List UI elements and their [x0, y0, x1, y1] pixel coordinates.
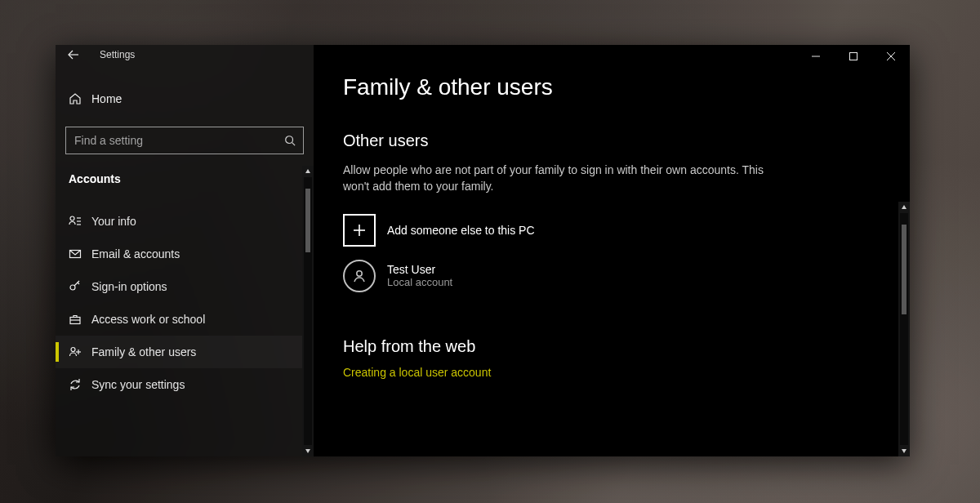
close-icon — [887, 52, 895, 60]
sidebar-scrollbar[interactable] — [302, 166, 314, 456]
window-title: Settings — [95, 49, 135, 60]
avatar-icon — [343, 260, 376, 292]
svg-marker-26 — [902, 449, 906, 453]
svg-marker-25 — [902, 205, 906, 209]
other-users-heading: Other users — [314, 123, 898, 158]
sidebar-item-label: Sign-in options — [91, 280, 167, 293]
svg-line-2 — [292, 143, 296, 146]
sidebar-item-sync-your-settings[interactable]: Sync your settings — [56, 368, 314, 401]
settings-window: Settings Home Accoun — [56, 45, 910, 456]
sidebar-item-family-other-users[interactable]: Family & other users — [56, 336, 314, 368]
content-inner: Other users Allow people who are not par… — [314, 123, 898, 456]
plus-icon — [343, 214, 376, 247]
help-section: Help from the web Creating a local user … — [314, 298, 898, 382]
user-account-type: Local account — [387, 276, 452, 288]
scrollbar-track[interactable] — [304, 177, 312, 445]
home-label: Home — [91, 92, 122, 105]
home-nav[interactable]: Home — [56, 82, 314, 115]
sidebar-nav-list: Your infoEmail & accountsSign-in options… — [56, 205, 314, 401]
user-meta: Test User Local account — [387, 263, 452, 288]
user-name: Test User — [387, 263, 452, 276]
maximize-button[interactable] — [835, 45, 872, 68]
content-pane: Family & other users Other users Allow p… — [314, 45, 910, 456]
sidebar-item-label: Your info — [91, 215, 136, 228]
other-users-list: Test User Local account — [314, 254, 898, 298]
sidebar-item-label: Family & other users — [91, 345, 196, 358]
sidebar-item-label: Sync your settings — [91, 378, 185, 391]
content-scrollbar[interactable] — [898, 202, 910, 456]
back-button[interactable] — [67, 48, 95, 61]
help-heading: Help from the web — [314, 329, 898, 364]
scrollbar-track[interactable] — [900, 213, 908, 445]
sync-icon — [69, 378, 91, 391]
svg-point-1 — [286, 136, 293, 144]
sidebar-section-label: Accounts — [56, 162, 314, 190]
titlebar: Settings — [56, 45, 314, 65]
scrollbar-down-icon[interactable] — [898, 445, 910, 456]
people-plus-icon — [69, 345, 91, 358]
scrollbar-thumb[interactable] — [305, 189, 310, 252]
svg-point-3 — [70, 216, 74, 220]
svg-point-13 — [71, 348, 75, 352]
home-icon — [69, 92, 91, 105]
add-user-button[interactable]: Add someone else to this PC — [314, 207, 898, 254]
sidebar-item-label: Access work or school — [91, 313, 205, 326]
other-users-description: Allow people who are not part of your fa… — [314, 158, 898, 207]
close-button[interactable] — [872, 45, 910, 68]
search-icon — [284, 135, 296, 146]
mail-icon — [69, 247, 91, 260]
svg-line-10 — [78, 283, 79, 284]
sidebar: Settings Home Accoun — [56, 45, 314, 456]
key-icon — [69, 280, 91, 293]
svg-point-24 — [357, 270, 362, 275]
search-input[interactable] — [65, 127, 304, 154]
user-account-row[interactable]: Test User Local account — [314, 254, 898, 298]
scrollbar-up-icon[interactable] — [898, 202, 910, 213]
briefcase-icon — [69, 313, 91, 326]
arrow-left-icon — [67, 48, 80, 61]
window-controls — [797, 45, 910, 68]
scrollbar-up-icon[interactable] — [302, 166, 314, 177]
help-links-list: Creating a local user account — [314, 364, 898, 382]
maximize-icon — [849, 52, 858, 60]
desktop-background: Settings Home Accoun — [0, 0, 980, 503]
minimize-icon — [812, 52, 820, 60]
svg-marker-16 — [305, 169, 310, 173]
help-link[interactable]: Creating a local user account — [314, 364, 898, 382]
add-user-label: Add someone else to this PC — [387, 224, 535, 237]
person-lines-icon — [69, 215, 91, 228]
sidebar-item-your-info[interactable]: Your info — [56, 205, 314, 238]
search-wrap — [65, 127, 304, 154]
scrollbar-down-icon[interactable] — [302, 445, 314, 456]
sidebar-item-label: Email & accounts — [91, 247, 180, 260]
sidebar-item-email-accounts[interactable]: Email & accounts — [56, 238, 314, 270]
minimize-button[interactable] — [797, 45, 835, 68]
scrollbar-thumb[interactable] — [902, 225, 906, 314]
svg-rect-19 — [850, 53, 858, 60]
sidebar-item-sign-in-options[interactable]: Sign-in options — [56, 270, 314, 303]
sidebar-item-access-work-or-school[interactable]: Access work or school — [56, 303, 314, 336]
svg-marker-17 — [305, 449, 310, 453]
content-scroll-area: Other users Allow people who are not par… — [314, 123, 910, 456]
